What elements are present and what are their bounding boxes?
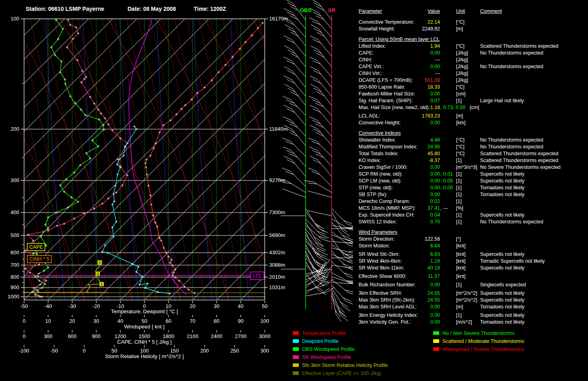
- legend-item-profile: SR Windspeed Profile: [293, 355, 351, 361]
- moist-adiabat-line: [247, 19, 301, 300]
- parameter-row: SCP LM (new, old):0.00, 0.00[1]Supercell…: [353, 178, 588, 184]
- parameter-value: 6.64: [393, 243, 440, 249]
- parameter-label: SB STP (fix):: [359, 191, 387, 198]
- col-value: Value: [393, 8, 440, 15]
- srh-axis-tick-label: 150: [170, 348, 179, 354]
- parameter-row: SR Wind 4km-6km:1.24[knt]Tornadic Superc…: [353, 258, 588, 265]
- parameter-comment: Scattered Thunderstorms expected: [480, 150, 558, 157]
- parameter-value: 24.55: [393, 290, 440, 297]
- parameter-row: STP (new, old):0.00, 0.00[1]Tornadoes no…: [353, 184, 588, 191]
- parameter-unit: [knt]: [456, 243, 466, 249]
- parameter-value: ---: [393, 57, 440, 63]
- wind-barb: [310, 125, 332, 146]
- parameter-value: 0.00: [393, 319, 440, 326]
- temperature-axis-tick-label: -50: [20, 303, 28, 309]
- sounding-app: { "title": {"station": "Station: 06610 L…: [0, 0, 588, 381]
- parameter-value: 0.00: [393, 120, 440, 126]
- temperature-axis-tick-label: -40: [45, 303, 52, 309]
- parameter-unit: [km]: [456, 120, 466, 126]
- parameter-comment: Supercells not likely: [480, 171, 524, 178]
- windspeed-axis-tick-label: 0: [22, 318, 25, 324]
- srh-axis-tick-label: 100: [140, 348, 149, 354]
- wind-barb: [284, 156, 306, 176]
- parameter-comment: No Thunderstorms expected: [480, 144, 543, 150]
- section-title: Parcel: Using 50mB mean layer LCL: [359, 36, 440, 43]
- parameter-row: MCS 18m/s (MMP, MSP):37.41, ---[%]: [353, 205, 588, 212]
- parameter-unit: [J/kg]: [456, 77, 468, 84]
- isotherm-line: [96, 19, 353, 300]
- parameter-unit: [1]: [456, 198, 462, 205]
- altitude-label: 3088m: [269, 262, 285, 268]
- parameter-comment: Tornadic Supercells not likely: [480, 258, 545, 265]
- col-comment: Comment: [480, 8, 502, 15]
- parameter-table: Parameter Value Unit Comment Convective …: [353, 8, 588, 326]
- parameter-label: Storm Motion:: [359, 243, 390, 249]
- parameter-row: 3km Vorticity Gen. Pot.:0.00[m/s^2]Torna…: [353, 319, 588, 326]
- parameter-unit: [°C]: [456, 19, 464, 26]
- parameter-value: 0.00: [393, 178, 440, 184]
- legend-label: Effective Layer (CAPE >= 100 J/kg): [302, 371, 381, 376]
- parameter-comment: Supercells not likely: [480, 312, 524, 319]
- legend-item-profile: OBS Windspeed Profile: [293, 347, 355, 353]
- wind-barb: [310, 46, 332, 67]
- altitude-label: 4302m: [269, 249, 285, 255]
- windspeed-axis-title: Windspeed [ knt ]: [124, 324, 164, 330]
- parameter-comment: No Thunderstorms expected: [480, 137, 543, 144]
- parameter-unit: [1]: [456, 178, 462, 184]
- parameter-unit: [m]: [456, 304, 463, 310]
- moist-adiabat-line: [259, 19, 313, 300]
- windspeed-axis-tick-label: 90: [238, 318, 243, 324]
- parameter-row: Showalter Index:4.46[°C]No Thunderstorms…: [353, 137, 588, 144]
- pressure-label: 200: [10, 126, 19, 132]
- pressure-label: 700: [10, 262, 19, 268]
- parameter-unit: [1]: [456, 312, 462, 319]
- wind-barb: [283, 96, 306, 116]
- parameter-row: Storm Direction:122.58[°]: [353, 236, 588, 243]
- windspeed-axis-tick-label: 50: [142, 318, 147, 324]
- wind-barb: [310, 76, 332, 96]
- parameter-comment: Scattered Thunderstorms expected: [480, 43, 558, 50]
- parameter-row: Max 3km SRH (Sfc-2km):24.55[m^2/s^2]Supe…: [353, 297, 588, 304]
- pressure-label: 1000: [8, 294, 19, 300]
- cape-axis-tick-label: 600: [68, 333, 77, 339]
- parameter-row: CAPE Virt.:0.00[J/kg]No Thunderstorms ex…: [353, 63, 588, 70]
- parameter-comment: Supercells not likely: [480, 212, 524, 219]
- legend-swatch: [433, 339, 439, 343]
- legend-item-profile: Sfc-3km Storm Relative Helicity Profile: [293, 363, 388, 369]
- parameter-unit: [J/kg]: [456, 57, 468, 63]
- cape-axis-tick-label: 300: [44, 333, 53, 339]
- parameter-unit: [cm]: [470, 104, 479, 111]
- wind-barb: [311, 24, 332, 46]
- moist-adiabat-line: [223, 19, 277, 300]
- wind-barb: [332, 232, 353, 247]
- parameter-row: Exp. Supercell Index CH:0.04[1]Supercell…: [353, 212, 588, 219]
- parameter-row: SR Wind Sfc-2km:6.93[knt]Supercells not …: [353, 251, 588, 258]
- parameter-value: 1.24: [393, 258, 440, 265]
- srh-axis-tick-label: 0: [83, 348, 85, 354]
- srh-km-marker-label: 1: [101, 282, 103, 286]
- temperature-axis-tick-label: -20: [93, 303, 100, 309]
- parameter-unit: [m/s^2]: [456, 319, 472, 326]
- parameter-label: STP (new, old):: [359, 184, 393, 191]
- isotherm-line: [144, 19, 353, 300]
- parameter-label: CINH:: [359, 57, 372, 63]
- moist-adiabat-line: [235, 19, 289, 300]
- windspeed-axis-tick-label: 20: [69, 318, 75, 324]
- isotherm-line: [72, 19, 353, 300]
- col-parameter: Parameter: [359, 8, 382, 15]
- parameter-label: LCL AGL:: [359, 113, 380, 120]
- parameter-row: 3km Effective SRH:24.55[m^2/s^2]Supercel…: [353, 290, 588, 297]
- wind-barb: [307, 211, 332, 216]
- section-header: Convective Indices: [353, 130, 588, 137]
- parameter-value: 0.00: [393, 63, 440, 70]
- wind-barb: [307, 269, 332, 274]
- wind-barb: [310, 84, 332, 105]
- sr-column-label: SR: [328, 7, 336, 13]
- section-header: Parcel: Using 50mB mean layer LCL: [353, 36, 588, 43]
- windspeed-axis-tick-label: 80: [214, 318, 219, 324]
- parameter-unit: [1]: [456, 97, 462, 104]
- parameter-unit: [1]: [456, 191, 462, 198]
- srh-axis-tick-label: -100: [19, 348, 29, 354]
- srh-axis-tick-label: 300: [260, 348, 269, 354]
- parameter-label: KO Index:: [359, 157, 381, 164]
